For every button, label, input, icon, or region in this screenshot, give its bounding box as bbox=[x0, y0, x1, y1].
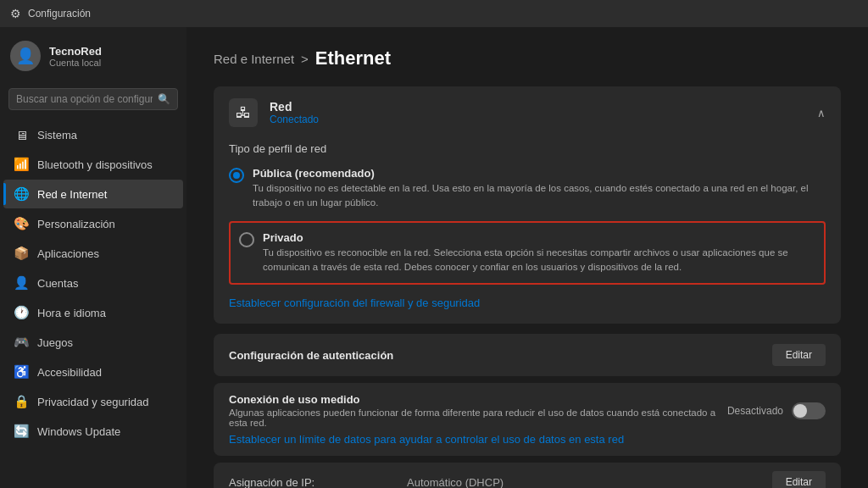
personalizacion-icon: 🎨 bbox=[14, 216, 29, 231]
radio-publica[interactable] bbox=[229, 168, 244, 183]
network-status: Conectado bbox=[270, 114, 319, 125]
chevron-up-icon: ∧ bbox=[817, 107, 826, 119]
ip-edit-button[interactable]: Editar bbox=[772, 471, 826, 488]
autenticacion-edit-button[interactable]: Editar bbox=[772, 344, 826, 366]
sidebar-item-label: Aplicaciones bbox=[37, 247, 99, 260]
sidebar-item-personalizacion[interactable]: 🎨 Personalización bbox=[3, 209, 183, 238]
radio-publica-content: Pública (recomendado) Tu dispositivo no … bbox=[253, 167, 826, 211]
sidebar-item-aplicaciones[interactable]: 📦 Aplicaciones bbox=[3, 239, 183, 268]
sidebar-item-bluetooth[interactable]: 📶 Bluetooth y dispositivos bbox=[3, 150, 183, 179]
profile-type-label: Tipo de perfil de red bbox=[229, 142, 826, 155]
title-bar-text: Configuración bbox=[28, 8, 91, 19]
search-input[interactable] bbox=[16, 93, 153, 105]
ip-row: Asignación de IP: Automático (DHCP) Edit… bbox=[214, 463, 841, 488]
network-info: Red Conectado bbox=[270, 100, 319, 125]
network-card-body: Tipo de perfil de red Pública (recomenda… bbox=[214, 142, 841, 324]
sidebar-item-label: Windows Update bbox=[37, 425, 120, 438]
sidebar-item-label: Personalización bbox=[37, 218, 115, 230]
breadcrumb: Red e Internet > Ethernet bbox=[214, 47, 841, 69]
juegos-icon: 🎮 bbox=[14, 335, 29, 350]
red-icon: 🌐 bbox=[14, 186, 29, 202]
sidebar-item-red[interactable]: 🌐 Red e Internet bbox=[3, 180, 183, 208]
sidebar-item-hora[interactable]: 🕐 Hora e idioma bbox=[3, 298, 183, 327]
settings-icon: ⚙ bbox=[10, 7, 21, 20]
title-bar: ⚙ Configuración bbox=[0, 0, 868, 27]
ip-label: Asignación de IP: bbox=[229, 476, 398, 489]
radio-privado-content: Privado Tu dispositivo es reconocible en… bbox=[263, 231, 815, 275]
user-section: 👤 TecnoRed Cuenta local bbox=[0, 27, 186, 85]
option-desc-privado: Tu dispositivo es reconocible en la red.… bbox=[263, 246, 815, 275]
toggle-label: Desactivado bbox=[727, 405, 783, 417]
network-card-header[interactable]: 🖧 Red Conectado ∧ bbox=[214, 86, 841, 139]
uso-medido-desc: Algunas aplicaciones pueden funcionar de… bbox=[229, 408, 727, 428]
sidebar-nav: 🖥 Sistema 📶 Bluetooth y dispositivos 🌐 R… bbox=[0, 120, 186, 446]
uso-medido-row: Conexión de uso medido Algunas aplicacio… bbox=[214, 383, 841, 456]
firewall-link[interactable]: Establecer configuración del firewall y … bbox=[229, 297, 480, 309]
radio-option-publica[interactable]: Pública (recomendado) Tu dispositivo no … bbox=[229, 167, 826, 211]
sidebar-item-juegos[interactable]: 🎮 Juegos bbox=[3, 328, 183, 357]
ip-value: Automático (DHCP) bbox=[407, 476, 772, 489]
hora-icon: 🕐 bbox=[14, 305, 29, 320]
bluetooth-icon: 📶 bbox=[14, 157, 29, 172]
sidebar-item-windows-update[interactable]: 🔄 Windows Update bbox=[3, 417, 183, 446]
network-title: Red bbox=[270, 100, 319, 114]
sidebar-item-label: Privacidad y seguridad bbox=[37, 396, 149, 408]
network-card: 🖧 Red Conectado ∧ Tipo de perfil de red … bbox=[214, 86, 841, 324]
radio-option-privado[interactable]: Privado Tu dispositivo es reconocible en… bbox=[239, 231, 815, 275]
sidebar-item-privacidad[interactable]: 🔒 Privacidad y seguridad bbox=[3, 387, 183, 416]
main-content: Red e Internet > Ethernet 🖧 Red Conectad… bbox=[186, 27, 868, 488]
cuentas-icon: 👤 bbox=[14, 275, 29, 291]
uso-medido-toggle[interactable] bbox=[792, 402, 826, 419]
user-info: TecnoRed Cuenta local bbox=[49, 45, 102, 68]
privacidad-icon: 🔒 bbox=[14, 394, 29, 409]
breadcrumb-separator: > bbox=[301, 52, 309, 66]
search-box[interactable]: 🔍 bbox=[8, 88, 178, 110]
sidebar-item-accesibilidad[interactable]: ♿ Accesibilidad bbox=[3, 358, 183, 386]
uso-medido-left: Conexión de uso medido Algunas aplicacio… bbox=[229, 393, 727, 428]
sidebar-item-sistema[interactable]: 🖥 Sistema bbox=[3, 121, 183, 149]
breadcrumb-current: Ethernet bbox=[315, 47, 391, 69]
app-body: 👤 TecnoRed Cuenta local 🔍 🖥 Sistema 📶 Bl… bbox=[0, 27, 868, 488]
sidebar-item-label: Juegos bbox=[37, 336, 73, 349]
sidebar: 👤 TecnoRed Cuenta local 🔍 🖥 Sistema 📶 Bl… bbox=[0, 27, 186, 488]
option-label-privado: Privado bbox=[263, 231, 815, 244]
data-limit-link[interactable]: Establecer un límite de datos para ayuda… bbox=[229, 433, 624, 446]
uso-medido-right: Desactivado bbox=[727, 402, 826, 419]
network-icon: 🖧 bbox=[229, 98, 258, 127]
network-card-left: 🖧 Red Conectado bbox=[229, 98, 319, 127]
sidebar-item-label: Sistema bbox=[37, 129, 77, 141]
search-icon: 🔍 bbox=[158, 93, 170, 105]
autenticacion-title: Configuración de autenticación bbox=[229, 349, 393, 362]
sidebar-item-label: Accesibilidad bbox=[37, 366, 102, 379]
account-type: Cuenta local bbox=[49, 58, 102, 68]
accesibilidad-icon: ♿ bbox=[14, 364, 29, 380]
breadcrumb-parent[interactable]: Red e Internet bbox=[214, 52, 294, 66]
privado-box: Privado Tu dispositivo es reconocible en… bbox=[229, 221, 826, 286]
sidebar-item-label: Cuentas bbox=[37, 277, 78, 290]
avatar: 👤 bbox=[10, 41, 41, 71]
sidebar-item-label: Hora e idioma bbox=[37, 307, 106, 319]
option-label-publica: Pública (recomendado) bbox=[253, 167, 826, 180]
sidebar-item-label: Red e Internet bbox=[37, 188, 107, 201]
autenticacion-row: Configuración de autenticación Editar bbox=[214, 334, 841, 376]
autenticacion-right: Editar bbox=[772, 344, 826, 366]
sidebar-item-label: Bluetooth y dispositivos bbox=[37, 158, 153, 171]
radio-privado[interactable] bbox=[239, 232, 254, 247]
option-desc-publica: Tu dispositivo no es detectable en la re… bbox=[253, 181, 826, 211]
uso-medido-title: Conexión de uso medido bbox=[229, 393, 727, 406]
autenticacion-left: Configuración de autenticación bbox=[229, 349, 393, 362]
sidebar-item-cuentas[interactable]: 👤 Cuentas bbox=[3, 269, 183, 297]
username: TecnoRed bbox=[49, 45, 102, 58]
sistema-icon: 🖥 bbox=[14, 128, 29, 142]
aplicaciones-icon: 📦 bbox=[14, 246, 29, 261]
windows-update-icon: 🔄 bbox=[14, 424, 29, 439]
